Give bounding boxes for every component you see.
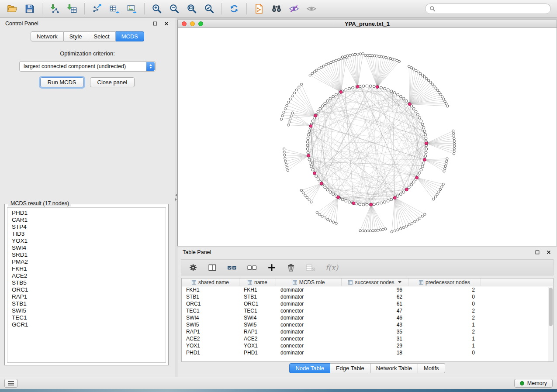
network-leaf-node[interactable] <box>309 74 311 76</box>
network-leaf-node[interactable] <box>329 220 332 222</box>
table-cell[interactable]: ORC1 <box>182 301 239 307</box>
table-cell[interactable]: YOX1 <box>239 343 276 349</box>
network-leaf-node[interactable] <box>356 53 359 55</box>
network-ring-node[interactable] <box>399 95 402 98</box>
table-cell[interactable]: STB1 <box>182 294 239 300</box>
network-ring-node[interactable] <box>307 137 309 140</box>
network-leaf-node[interactable] <box>344 55 346 57</box>
network-leaf-node[interactable] <box>326 218 329 220</box>
network-leaf-node[interactable] <box>453 142 455 144</box>
mcds-result-item[interactable]: STB5 <box>12 279 161 286</box>
network-leaf-node[interactable] <box>411 222 413 224</box>
network-leaf-node[interactable] <box>298 86 300 88</box>
network-ring-node[interactable] <box>317 178 319 180</box>
network-leaf-node[interactable] <box>295 89 298 91</box>
network-leaf-node[interactable] <box>284 108 286 110</box>
show-hide-details-button[interactable] <box>304 2 319 16</box>
network-leaf-node[interactable] <box>402 227 405 229</box>
network-dominator-node[interactable] <box>339 90 343 93</box>
close-panel-button[interactable]: Close panel <box>90 77 135 87</box>
network-dominator-node[interactable] <box>356 85 359 88</box>
network-ring-node[interactable] <box>329 191 332 193</box>
network-dominator-node[interactable] <box>376 86 379 89</box>
network-leaf-node[interactable] <box>446 158 448 160</box>
network-leaf-node[interactable] <box>369 230 371 232</box>
table-cell[interactable]: 0 <box>408 301 481 307</box>
network-ring-node[interactable] <box>420 120 422 122</box>
network-ring-node[interactable] <box>341 198 344 201</box>
network-leaf-node[interactable] <box>289 98 291 100</box>
network-leaf-node[interactable] <box>349 54 351 56</box>
network-leaf-node[interactable] <box>313 71 315 73</box>
table-cell[interactable]: 2 <box>408 287 481 293</box>
network-leaf-node[interactable] <box>346 55 349 57</box>
network-leaf-node[interactable] <box>320 66 322 69</box>
mcds-result-item[interactable]: YOX1 <box>12 237 161 244</box>
network-leaf-node[interactable] <box>286 166 288 168</box>
table-row[interactable]: TEC1TEC1connector472 <box>182 307 553 314</box>
network-leaf-node[interactable] <box>434 196 436 198</box>
network-ring-node[interactable] <box>329 97 332 100</box>
network-ring-node[interactable] <box>335 93 338 96</box>
network-dominator-node[interactable] <box>393 196 396 199</box>
network-leaf-node[interactable] <box>327 62 329 65</box>
network-leaf-node[interactable] <box>364 230 367 232</box>
network-leaf-node[interactable] <box>364 54 367 56</box>
network-ring-node[interactable] <box>306 148 309 150</box>
network-leaf-node[interactable] <box>377 229 379 231</box>
table-scrollbar-thumb[interactable] <box>549 288 553 326</box>
table-row[interactable]: ACE2ACE2connector311 <box>182 335 553 342</box>
table-row[interactable]: YOX1YOX1connector291 <box>182 342 553 349</box>
network-leaf-node[interactable] <box>359 230 361 232</box>
network-ring-node[interactable] <box>421 165 424 168</box>
network-leaf-node[interactable] <box>415 69 417 72</box>
network-leaf-node[interactable] <box>304 194 306 196</box>
network-canvas[interactable] <box>178 28 557 246</box>
import-table-button[interactable] <box>64 2 80 16</box>
column-header-shared-name[interactable]: shared name <box>182 279 239 286</box>
tab-node-table[interactable]: Node Table <box>289 363 330 373</box>
mcds-result-item[interactable]: ACE2 <box>12 272 161 279</box>
mcds-result-item[interactable]: TEC1 <box>12 314 161 321</box>
table-cell[interactable]: 0 <box>408 294 481 300</box>
network-leaf-node[interactable] <box>362 230 364 232</box>
table-cell[interactable]: connector <box>276 343 342 349</box>
network-leaf-node[interactable] <box>291 112 294 114</box>
network-leaf-node[interactable] <box>438 91 440 93</box>
network-dominator-node[interactable] <box>309 124 312 127</box>
network-ring-node[interactable] <box>308 158 311 161</box>
network-leaf-node[interactable] <box>288 121 290 123</box>
network-leaf-node[interactable] <box>367 230 369 232</box>
network-leaf-node[interactable] <box>338 58 340 61</box>
network-ring-node[interactable] <box>348 87 351 90</box>
network-leaf-node[interactable] <box>322 65 325 67</box>
network-leaf-node[interactable] <box>398 60 400 62</box>
network-leaf-node[interactable] <box>445 163 447 165</box>
network-leaf-node[interactable] <box>439 188 441 190</box>
network-ring-node[interactable] <box>424 134 427 136</box>
network-leaf-node[interactable] <box>281 114 284 117</box>
network-leaf-node[interactable] <box>426 77 428 79</box>
network-leaf-node[interactable] <box>453 138 455 140</box>
mcds-result-item[interactable]: STP4 <box>12 224 161 230</box>
network-leaf-node[interactable] <box>405 225 408 227</box>
mcds-result-item[interactable]: TID3 <box>12 230 161 237</box>
network-dominator-node[interactable] <box>314 114 317 117</box>
search-network-button[interactable] <box>269 2 284 16</box>
column-header-successor-nodes[interactable]: successor nodes <box>342 279 408 286</box>
network-leaf-node[interactable] <box>408 65 410 67</box>
network-leaf-node[interactable] <box>436 193 438 196</box>
network-ring-node[interactable] <box>317 110 319 113</box>
table-cell[interactable]: ACE2 <box>182 336 239 342</box>
network-ring-node[interactable] <box>345 199 347 202</box>
zoom-out-button[interactable] <box>166 2 182 16</box>
network-ring-node[interactable] <box>425 148 428 150</box>
network-leaf-node[interactable] <box>414 220 416 223</box>
network-leaf-node[interactable] <box>300 83 302 86</box>
tab-network[interactable]: Network <box>31 31 64 41</box>
network-ring-node[interactable] <box>355 203 358 205</box>
select-all-button[interactable] <box>227 263 237 272</box>
table-cell[interactable]: FKH1 <box>239 287 276 293</box>
network-leaf-node[interactable] <box>445 103 447 105</box>
network-ring-node[interactable] <box>415 110 417 113</box>
